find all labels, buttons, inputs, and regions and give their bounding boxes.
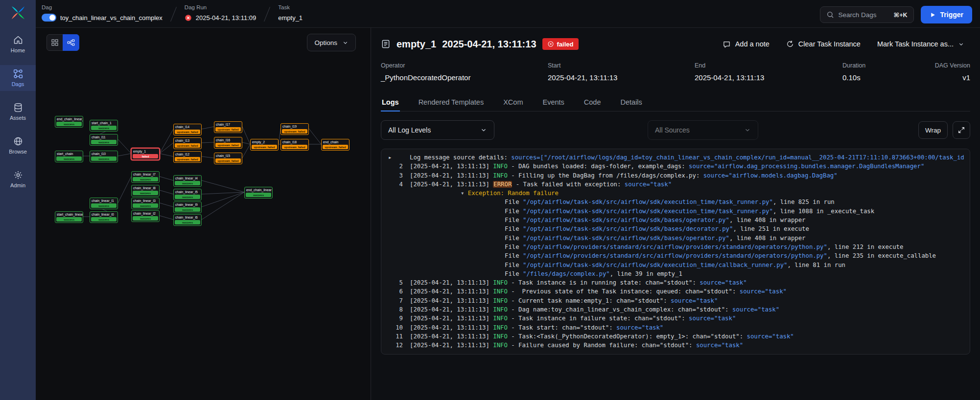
graph-node-chain_l15[interactable]: chain_l15upstream_failed bbox=[214, 153, 242, 164]
log-line-number bbox=[387, 207, 403, 216]
log-line-content: File "/opt/airflow/task-sdk/src/airflow/… bbox=[410, 207, 874, 216]
tab-rendered-templates[interactable]: Rendered Templates bbox=[418, 93, 485, 111]
tab-details[interactable]: Details bbox=[620, 93, 643, 111]
graph-node-chain_l13[interactable]: chain_l13upstream_failed bbox=[173, 137, 202, 149]
log-levels-select[interactable]: All Log Levels bbox=[381, 120, 494, 140]
wrap-button[interactable]: Wrap bbox=[918, 121, 948, 139]
graph-node-start_chain[interactable]: start_chainsuccess bbox=[55, 151, 83, 162]
sidebar: HomeDagsAssetsBrowseAdmin bbox=[0, 0, 36, 400]
tab-logs[interactable]: Logs bbox=[381, 93, 400, 111]
graph-node-end_chain_linear_1[interactable]: end_chain_linear_1success bbox=[55, 116, 83, 128]
meta-label: Start bbox=[548, 62, 695, 69]
tab-events[interactable]: Events bbox=[541, 93, 565, 111]
log-line-content: File "/opt/airflow/providers/standard/sr… bbox=[410, 251, 936, 260]
assets-icon bbox=[13, 103, 23, 112]
graph-node-status: failed bbox=[133, 154, 158, 158]
log-sources-select[interactable]: All Sources bbox=[648, 120, 758, 140]
log-line: File "/opt/airflow/task-sdk/src/airflow/… bbox=[387, 207, 964, 216]
trigger-button[interactable]: Trigger bbox=[921, 6, 972, 23]
graph-node-chain_linear_l0[interactable]: chain_linear_l0success bbox=[90, 211, 118, 223]
graph-node-end_chain[interactable]: end_chainupstream_failed bbox=[321, 139, 350, 151]
add-note-button[interactable]: Add a note bbox=[717, 36, 775, 52]
options-button[interactable]: Options bbox=[307, 34, 356, 51]
sidebar-item-browse[interactable]: Browse bbox=[0, 133, 36, 158]
task-name-link[interactable]: empty_1 bbox=[278, 14, 303, 22]
graph-node-start_chain_1[interactable]: start_chain_1success bbox=[90, 120, 118, 132]
sidebar-item-home[interactable]: Home bbox=[0, 31, 36, 57]
graph-node-chain_linear_l7[interactable]: chain_linear_l7success bbox=[131, 171, 160, 183]
log-output[interactable]: ▸Log message source details: sources=["/… bbox=[381, 149, 970, 355]
graph-node-name: chain_l12 bbox=[174, 152, 201, 156]
collapse-caret-icon[interactable]: ▾ bbox=[461, 190, 468, 197]
tab-code[interactable]: Code bbox=[583, 93, 602, 111]
dag-graph: end_chain_linear_1successstart_chain_1su… bbox=[36, 28, 371, 400]
graph-node-chain_l17[interactable]: chain_l17upstream_failed bbox=[214, 121, 242, 133]
chevron-down-icon bbox=[480, 127, 487, 133]
log-line: File "/opt/airflow/task-sdk/src/airflow/… bbox=[387, 224, 964, 233]
graph-node-name: chain_l15 bbox=[214, 153, 242, 158]
log-line-number: 2 bbox=[387, 162, 403, 171]
log-line-content: [2025-04-21, 13:11:13] INFO - Task insta… bbox=[410, 278, 747, 287]
toggle-knob bbox=[49, 15, 55, 21]
tab-xcom[interactable]: XCom bbox=[502, 93, 524, 111]
graph-node-chain_linear_l4[interactable]: chain_linear_l4success bbox=[173, 175, 202, 187]
graph-view-button[interactable] bbox=[63, 34, 79, 51]
graph-node-chain_l12[interactable]: chain_l12upstream_failed bbox=[173, 151, 202, 163]
admin-icon bbox=[13, 170, 23, 180]
graph-node-chain_l16[interactable]: chain_l16upstream_failed bbox=[214, 137, 242, 149]
graph-node-chain_l14[interactable]: chain_l14upstream_failed bbox=[173, 124, 202, 135]
sidebar-item-dags[interactable]: Dags bbox=[0, 65, 36, 91]
dag-pause-toggle[interactable] bbox=[42, 14, 56, 22]
graph-node-chain_linear_l1[interactable]: chain_linear_l1success bbox=[90, 198, 118, 209]
fullscreen-button[interactable] bbox=[953, 121, 970, 139]
log-line-content: [2025-04-21, 13:11:13] INFO - Task:<Task… bbox=[410, 332, 794, 341]
graph-node-chain_l11[interactable]: chain_l11success bbox=[90, 134, 118, 146]
graph-node-chain_linear_l5[interactable]: chain_linear_l5success bbox=[173, 189, 202, 200]
graph-node-name: chain_linear_l2 bbox=[132, 211, 159, 216]
sidebar-item-admin[interactable]: Admin bbox=[0, 166, 36, 192]
airflow-logo[interactable] bbox=[11, 6, 25, 22]
graph-node-start_chain_linear[interactable]: start_chain_linearsuccess bbox=[55, 211, 83, 223]
dag-breadcrumb: Dag toy_chain_linear_vs_chain_complex bbox=[42, 4, 163, 22]
graph-node-chain_l10[interactable]: chain_l10success bbox=[90, 151, 118, 162]
graph-node-empty_2[interactable]: empty_2upstream_failed bbox=[250, 139, 279, 151]
sidebar-item-assets[interactable]: Assets bbox=[0, 99, 36, 125]
graph-node-name: end_chain_linear bbox=[245, 187, 272, 192]
log-line-number: ▸ bbox=[387, 153, 403, 162]
graph-node-chain_linear_l2[interactable]: chain_linear_l2success bbox=[131, 210, 160, 222]
graph-node-chain_l19[interactable]: chain_l19upstream_failed bbox=[280, 123, 309, 135]
log-line: 6[2025-04-21, 13:11:13] INFO - Previous … bbox=[387, 287, 964, 296]
graph-node-end_chain_linear[interactable]: end_chain_linearsuccess bbox=[244, 187, 273, 199]
graph-node-status: success bbox=[91, 140, 117, 144]
log-line-content: File "/opt/airflow/task-sdk/src/airflow/… bbox=[410, 261, 845, 269]
grid-view-button[interactable] bbox=[47, 34, 63, 51]
graph-node-name: empty_2 bbox=[251, 139, 278, 144]
graph-node-chain_linear_l9[interactable]: chain_linear_l9success bbox=[173, 201, 202, 213]
log-line-number: 9 bbox=[387, 314, 403, 323]
meta-operator: Operator_PythonDecoratedOperator bbox=[381, 62, 548, 82]
search-input[interactable]: Search Dags ⌘+K bbox=[820, 6, 914, 23]
meta-value: 0.10s bbox=[842, 73, 933, 82]
graph-node-status: success bbox=[91, 203, 117, 208]
clear-task-instance-button[interactable]: Clear Task Instance bbox=[780, 36, 866, 52]
graph-node-empty_1[interactable]: empty_1failed bbox=[131, 148, 160, 160]
mark-task-instance-as-button[interactable]: Mark Task Instance as... bbox=[871, 36, 970, 52]
dag-name-link[interactable]: toy_chain_linear_vs_chain_complex bbox=[60, 14, 163, 22]
dag-run-link[interactable]: 2025-04-21, 13:11:09 bbox=[196, 14, 256, 22]
log-line: File "/opt/airflow/task-sdk/src/airflow/… bbox=[387, 198, 964, 206]
expand-icon bbox=[957, 126, 965, 134]
graph-node-name: end_chain bbox=[322, 139, 349, 144]
graph-node-chain_linear_l6[interactable]: chain_linear_l6success bbox=[173, 214, 202, 226]
log-line-number bbox=[387, 269, 403, 278]
graph-icon bbox=[67, 39, 75, 46]
graph-node-chain_linear_l3[interactable]: chain_linear_l3success bbox=[131, 198, 160, 209]
graph-node-chain_l18[interactable]: chain_l18upstream_failed bbox=[280, 139, 309, 151]
graph-node-chain_linear_l8[interactable]: chain_linear_l8success bbox=[131, 185, 160, 197]
log-line: 12[2025-04-21, 13:11:13] INFO - Failure … bbox=[387, 341, 964, 350]
graph-node-status: success bbox=[133, 191, 158, 195]
graph-node-status: upstream_failed bbox=[215, 127, 241, 132]
graph-node-name: chain_linear_l3 bbox=[132, 198, 159, 203]
graph-node-name: chain_linear_l5 bbox=[174, 189, 201, 194]
search-icon bbox=[826, 11, 834, 19]
graph-node-status: success bbox=[91, 126, 117, 130]
